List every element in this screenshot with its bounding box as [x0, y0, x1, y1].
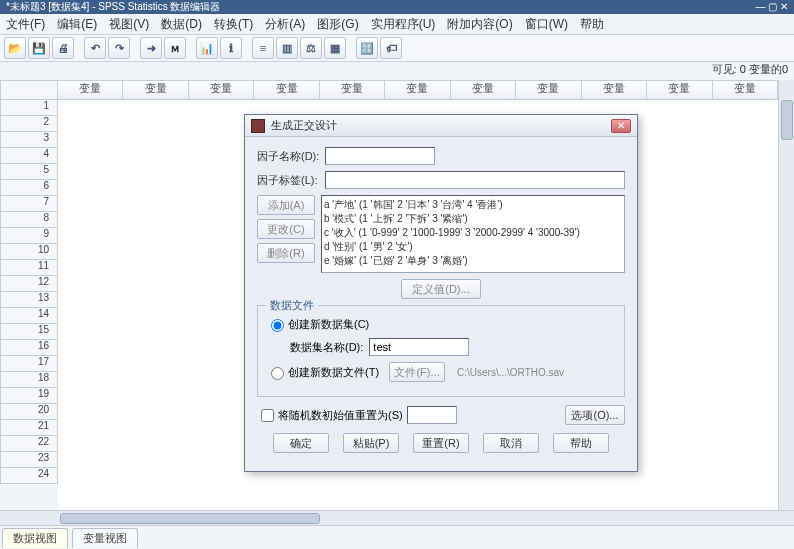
row-header[interactable]: 5	[0, 164, 58, 180]
row-header[interactable]: 4	[0, 148, 58, 164]
goto-icon[interactable]: ➜	[140, 37, 162, 59]
create-file-label: 创建新数据文件(T)	[288, 365, 379, 380]
window-title: *未标题3 [数据集4] - SPSS Statistics 数据编辑器	[6, 0, 220, 14]
window-controls[interactable]: — ▢ ✕	[755, 0, 788, 14]
undo-icon[interactable]: ↶	[84, 37, 106, 59]
save-icon[interactable]: 💾	[28, 37, 50, 59]
create-dataset-radio[interactable]	[271, 319, 284, 332]
menu-addons[interactable]: 附加内容(O)	[447, 16, 512, 33]
file-button[interactable]: 文件(F)...	[389, 362, 445, 382]
redo-icon[interactable]: ↷	[108, 37, 130, 59]
list-item[interactable]: d '性别' (1 '男' 2 '女')	[324, 240, 622, 254]
select-icon[interactable]: ▦	[324, 37, 346, 59]
row-header[interactable]: 6	[0, 180, 58, 196]
row-header[interactable]: 17	[0, 356, 58, 372]
menu-view[interactable]: 视图(V)	[109, 16, 149, 33]
row-header[interactable]: 22	[0, 436, 58, 452]
row-header[interactable]: 1	[0, 100, 58, 116]
create-file-radio[interactable]	[271, 367, 284, 380]
menu-window[interactable]: 窗口(W)	[525, 16, 568, 33]
reset-seed-label: 将随机数初始值重置为(S)	[278, 408, 403, 423]
row-header[interactable]: 12	[0, 276, 58, 292]
menu-data[interactable]: 数据(D)	[161, 16, 202, 33]
reset-button[interactable]: 重置(R)	[413, 433, 469, 453]
row-header[interactable]: 13	[0, 292, 58, 308]
menu-edit[interactable]: 编辑(E)	[57, 16, 97, 33]
column-header[interactable]: 变量	[647, 80, 712, 100]
column-headers: 变量 变量 变量 变量 变量 变量 变量 变量 变量 变量 变量	[58, 80, 778, 100]
ok-button[interactable]: 确定	[273, 433, 329, 453]
paste-button[interactable]: 粘贴(P)	[343, 433, 399, 453]
column-header[interactable]: 变量	[58, 80, 123, 100]
list-item[interactable]: a '产地' (1 '韩国' 2 '日本' 3 '台湾' 4 '香港')	[324, 198, 622, 212]
list-item[interactable]: c '收入' (1 '0-999' 2 '1000-1999' 3 '2000-…	[324, 226, 622, 240]
menu-analyze[interactable]: 分析(A)	[265, 16, 305, 33]
split-icon[interactable]: ▥	[276, 37, 298, 59]
menu-utilities[interactable]: 实用程序(U)	[371, 16, 436, 33]
row-header[interactable]: 19	[0, 388, 58, 404]
column-header[interactable]: 变量	[451, 80, 516, 100]
help-button[interactable]: 帮助	[553, 433, 609, 453]
row-header[interactable]: 7	[0, 196, 58, 212]
vertical-scrollbar[interactable]	[778, 80, 794, 510]
menu-graphs[interactable]: 图形(G)	[317, 16, 358, 33]
row-header[interactable]: 16	[0, 340, 58, 356]
remove-button[interactable]: 删除(R)	[257, 243, 315, 263]
row-header[interactable]: 14	[0, 308, 58, 324]
cancel-button[interactable]: 取消	[483, 433, 539, 453]
menu-transform[interactable]: 转换(T)	[214, 16, 253, 33]
factor-label-label: 因子标签(L):	[257, 173, 325, 188]
column-header[interactable]: 变量	[713, 80, 778, 100]
row-header[interactable]: 2	[0, 116, 58, 132]
reset-seed-checkbox[interactable]	[261, 409, 274, 422]
factor-name-input[interactable]	[325, 147, 435, 165]
column-header[interactable]: 变量	[582, 80, 647, 100]
values-icon[interactable]: 🔠	[356, 37, 378, 59]
column-header[interactable]: 变量	[123, 80, 188, 100]
menu-help[interactable]: 帮助	[580, 16, 604, 33]
row-header[interactable]: 23	[0, 452, 58, 468]
tab-data-view[interactable]: 数据视图	[2, 528, 68, 548]
row-header[interactable]: 11	[0, 260, 58, 276]
row-header[interactable]: 15	[0, 324, 58, 340]
row-header[interactable]: 20	[0, 404, 58, 420]
add-button[interactable]: 添加(A)	[257, 195, 315, 215]
row-header[interactable]: 18	[0, 372, 58, 388]
close-icon[interactable]: ✕	[611, 119, 631, 133]
options-button[interactable]: 选项(O)...	[565, 405, 625, 425]
column-header[interactable]: 变量	[189, 80, 254, 100]
factors-listbox[interactable]: a '产地' (1 '韩国' 2 '日本' 3 '台湾' 4 '香港') b '…	[321, 195, 625, 273]
row-header[interactable]: 9	[0, 228, 58, 244]
visible-count: 可见: 0 变量的0	[712, 63, 788, 75]
info-icon[interactable]: ℹ	[220, 37, 242, 59]
column-header[interactable]: 变量	[320, 80, 385, 100]
file-path-label: C:\Users\...\ORTHO.sav	[457, 367, 564, 378]
vars-icon[interactable]: ≡	[252, 37, 274, 59]
weight-icon[interactable]: ⚖	[300, 37, 322, 59]
factor-name-label: 因子名称(D):	[257, 149, 325, 164]
column-header[interactable]: 变量	[254, 80, 319, 100]
tab-variable-view[interactable]: 变量视图	[72, 528, 138, 548]
horizontal-scrollbar[interactable]	[0, 510, 794, 525]
create-dataset-label: 创建新数据集(C)	[288, 317, 369, 332]
row-header[interactable]: 10	[0, 244, 58, 260]
row-header[interactable]: 24	[0, 468, 58, 484]
open-icon[interactable]: 📂	[4, 37, 26, 59]
dialog-title: 生成正交设计	[271, 118, 611, 133]
list-item[interactable]: b '模式' (1 '上拆' 2 '下拆' 3 '紧缩')	[324, 212, 622, 226]
dataset-name-input[interactable]	[369, 338, 469, 356]
find-icon[interactable]: ᴍ	[164, 37, 186, 59]
row-header[interactable]: 8	[0, 212, 58, 228]
column-header[interactable]: 变量	[516, 80, 581, 100]
row-header[interactable]: 21	[0, 420, 58, 436]
factor-label-input[interactable]	[325, 171, 625, 189]
define-values-button[interactable]: 定义值(D)...	[401, 279, 481, 299]
labels-icon[interactable]: 🏷	[380, 37, 402, 59]
chart-icon[interactable]: 📊	[196, 37, 218, 59]
row-header[interactable]: 3	[0, 132, 58, 148]
print-icon[interactable]: 🖨	[52, 37, 74, 59]
list-item[interactable]: e '婚嫁' (1 '已婚' 2 '单身' 3 '离婚')	[324, 254, 622, 268]
menu-file[interactable]: 文件(F)	[6, 16, 45, 33]
change-button[interactable]: 更改(C)	[257, 219, 315, 239]
column-header[interactable]: 变量	[385, 80, 450, 100]
